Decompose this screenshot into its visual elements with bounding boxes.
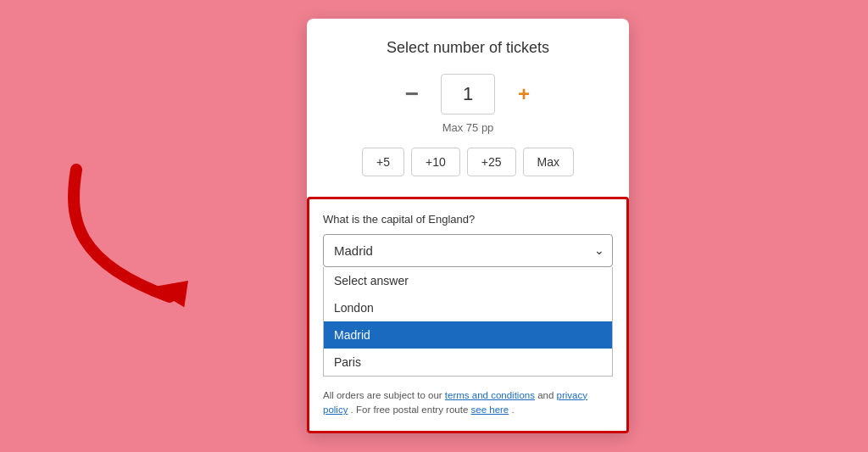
footer-text: All orders are subject to our terms and …	[323, 388, 613, 418]
increase-button[interactable]: +	[509, 79, 539, 109]
terms-link[interactable]: terms and conditions	[445, 390, 535, 400]
select-wrapper: Select answer London Madrid Paris ⌄	[323, 234, 613, 267]
footer-text-before: All orders are subject to our	[323, 390, 445, 400]
decrease-button[interactable]: −	[397, 79, 427, 109]
main-card: Select number of tickets − 1 + Max 75 pp…	[307, 19, 629, 434]
question-section: What is the capital of England? Select a…	[307, 197, 629, 434]
answer-select[interactable]: Select answer London Madrid Paris	[323, 234, 613, 267]
dropdown-item-select-answer[interactable]: Select answer	[324, 267, 612, 294]
see-here-link[interactable]: see here	[471, 405, 509, 415]
quantity-row: − 1 +	[334, 74, 602, 114]
quick-add-max[interactable]: Max	[523, 148, 574, 176]
quick-add-25[interactable]: +25	[467, 148, 516, 176]
quantity-display: 1	[441, 74, 495, 114]
dropdown-item-london[interactable]: London	[324, 294, 612, 321]
footer-text-middle: and	[537, 390, 556, 400]
dropdown-item-paris[interactable]: Paris	[324, 349, 612, 376]
ticket-title: Select number of tickets	[334, 39, 602, 57]
quick-add-row: +5 +10 +25 Max	[334, 148, 602, 176]
arrow-decoration	[51, 153, 237, 322]
ticket-section: Select number of tickets − 1 + Max 75 pp…	[307, 19, 629, 197]
max-label: Max 75 pp	[334, 121, 602, 134]
footer-text-after: . For free postal entry route	[351, 405, 471, 415]
dropdown-list: Select answer London Madrid Paris	[323, 267, 613, 377]
dropdown-item-madrid[interactable]: Madrid	[324, 321, 612, 349]
quick-add-5[interactable]: +5	[362, 148, 404, 176]
quick-add-10[interactable]: +10	[411, 148, 460, 176]
footer-text-end: .	[511, 405, 514, 415]
question-label: What is the capital of England?	[323, 213, 613, 226]
